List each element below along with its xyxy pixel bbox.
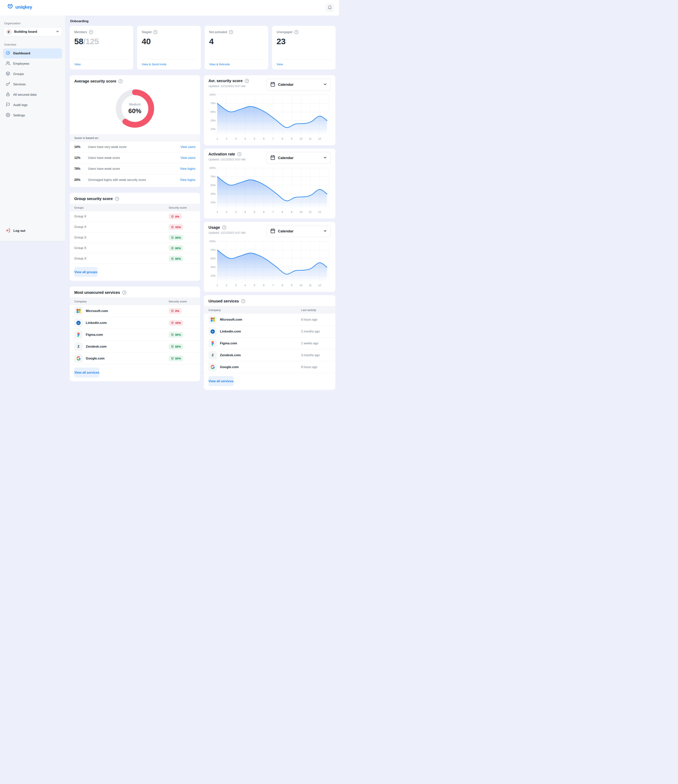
table-row[interactable]: Group X 43% bbox=[70, 222, 200, 232]
table-row[interactable]: ZZendesk.com 3 months ago bbox=[204, 349, 335, 361]
chevron-down-icon bbox=[323, 156, 327, 160]
help-icon[interactable]: ? bbox=[222, 226, 226, 230]
score-badge: 43% bbox=[169, 224, 183, 230]
shield-icon bbox=[171, 236, 174, 239]
table-row[interactable]: inLinkedin.com 43% bbox=[70, 317, 200, 329]
sidebar-item-dashboard[interactable]: Dashboard bbox=[3, 48, 62, 58]
score-badge: 80% bbox=[169, 235, 183, 240]
shield-icon bbox=[171, 357, 174, 360]
table-row[interactable]: Microsoft.com 6 hours ago bbox=[204, 314, 335, 325]
svg-text:25%: 25% bbox=[211, 266, 216, 269]
view-logins-link[interactable]: View logins bbox=[180, 178, 196, 182]
sidebar-nav: Dashboard Employees Groups bbox=[3, 48, 62, 120]
view-all-services-button[interactable]: View all services bbox=[208, 376, 233, 386]
logout-button[interactable]: Log out bbox=[3, 226, 62, 236]
sidebar-item-employees[interactable]: Employees bbox=[3, 59, 62, 69]
sidebar-item-settings[interactable]: Settings bbox=[3, 110, 62, 120]
stat-value: 23 bbox=[277, 37, 286, 46]
svg-text:4: 4 bbox=[244, 284, 246, 287]
view-users-link[interactable]: View users bbox=[180, 156, 196, 160]
stat-card-staged: Staged ? 40 View & Send invite bbox=[137, 26, 201, 70]
microsoft-icon bbox=[208, 316, 217, 324]
table-row[interactable]: Group X 80% bbox=[70, 243, 200, 254]
last-activity: 3 months ago bbox=[301, 353, 331, 357]
svg-text:100%: 100% bbox=[209, 93, 216, 96]
help-icon[interactable]: ? bbox=[122, 291, 126, 295]
table-row[interactable]: Figma.com 1 weeks ago bbox=[204, 338, 335, 349]
stat-link[interactable]: View bbox=[74, 59, 129, 66]
stat-link[interactable]: View bbox=[277, 59, 331, 66]
view-all-services-button[interactable]: View all services bbox=[74, 367, 100, 378]
card-title: Most unsecured services bbox=[74, 290, 120, 295]
score-badge: 0% bbox=[169, 308, 182, 314]
table-row[interactable]: Google.com 6 hours ago bbox=[204, 361, 335, 373]
range-label: Calendar bbox=[278, 156, 320, 160]
help-icon[interactable]: ? bbox=[241, 299, 245, 303]
help-icon[interactable]: ? bbox=[89, 30, 93, 34]
calendar-select[interactable]: Calendar bbox=[267, 152, 331, 164]
table-row[interactable]: Google.com 80% bbox=[70, 353, 200, 364]
svg-text:5: 5 bbox=[254, 284, 255, 287]
group-name: Group X bbox=[74, 246, 169, 250]
help-icon[interactable]: ? bbox=[294, 30, 299, 34]
score-badge: 80% bbox=[169, 256, 183, 261]
sidebar-item-services[interactable]: Services bbox=[3, 79, 62, 89]
svg-text:8: 8 bbox=[281, 210, 283, 213]
table-row[interactable]: inLinkedin.com 2 months ago bbox=[204, 325, 335, 338]
svg-text:10: 10 bbox=[300, 137, 302, 140]
stat-link[interactable]: View & Send invite bbox=[142, 59, 196, 66]
sidebar-item-all-secured-data[interactable]: All secured data bbox=[3, 90, 62, 100]
svg-text:1: 1 bbox=[216, 210, 218, 213]
calendar-select[interactable]: Calendar bbox=[267, 225, 331, 237]
table-row[interactable]: Group X 0% bbox=[70, 211, 200, 222]
help-icon[interactable]: ? bbox=[153, 30, 157, 34]
breakdown-percent: 20% bbox=[74, 178, 88, 182]
company-name: Zendesk.com bbox=[220, 353, 241, 357]
help-icon[interactable]: ? bbox=[115, 197, 119, 201]
sidebar-item-audit-logs[interactable]: Audit logs bbox=[3, 100, 62, 110]
average-security-score-card: Average security score ? Medium 60% Scor… bbox=[70, 75, 200, 187]
company-name: Linkedin.com bbox=[220, 330, 241, 333]
help-icon[interactable]: ? bbox=[237, 152, 241, 156]
breakdown-row: 20% Unmnaged logins with weak security s… bbox=[74, 174, 196, 185]
table-row[interactable]: Group X 80% bbox=[70, 232, 200, 243]
svg-text:5: 5 bbox=[254, 137, 255, 140]
organization-select[interactable]: Building board bbox=[3, 27, 62, 36]
calendar-select[interactable]: Calendar bbox=[267, 79, 331, 90]
table-row[interactable]: ZZendesk.com 80% bbox=[70, 341, 200, 353]
stat-link[interactable]: View & Reinvite bbox=[209, 59, 264, 66]
figma-icon bbox=[208, 339, 217, 348]
column-last-activity: Last activity bbox=[301, 308, 331, 312]
area-chart: 100%75%50%25%10%123456789101112 bbox=[208, 92, 331, 141]
view-all-groups-button[interactable]: View all groups bbox=[74, 267, 98, 277]
breakdown-label: Users have weak score bbox=[88, 167, 180, 171]
company-name: Zendesk.com bbox=[86, 345, 107, 348]
view-logins-link[interactable]: View logins bbox=[180, 167, 196, 171]
table-row[interactable]: Microsoft.com 0% bbox=[70, 305, 200, 317]
help-icon[interactable]: ? bbox=[118, 79, 123, 83]
logout-label: Log out bbox=[13, 229, 25, 233]
company-name: Microsoft.com bbox=[220, 318, 242, 322]
logout-icon bbox=[6, 228, 10, 234]
sidebar-item-groups[interactable]: Groups bbox=[3, 69, 62, 79]
sidebar-item-label: Audit logs bbox=[13, 103, 28, 107]
stat-label: Unengaged bbox=[277, 30, 292, 34]
shield-icon bbox=[171, 310, 174, 313]
chart-updated: Updated: 12/12/2022 9:07 AM bbox=[208, 158, 246, 161]
last-activity: 1 weeks ago bbox=[301, 342, 331, 345]
zendesk-icon: Z bbox=[74, 342, 83, 351]
sidebar-item-label: All secured data bbox=[13, 93, 37, 96]
table-header: Groups Security score bbox=[70, 204, 200, 211]
help-icon[interactable]: ? bbox=[245, 79, 249, 83]
table-row[interactable]: Group X 80% bbox=[70, 254, 200, 264]
table-row[interactable]: Figma.com 80% bbox=[70, 329, 200, 341]
svg-text:25%: 25% bbox=[211, 119, 216, 122]
stat-label: Staged bbox=[142, 30, 151, 34]
svg-text:8: 8 bbox=[281, 284, 283, 287]
help-icon[interactable]: ? bbox=[229, 30, 233, 34]
view-users-link[interactable]: View users bbox=[180, 145, 196, 149]
stat-card-members: Members ? 58/125 View bbox=[70, 26, 133, 70]
svg-text:50%: 50% bbox=[211, 257, 216, 260]
stats-row: Members ? 58/125 View Staged ? 40 View &… bbox=[70, 26, 336, 70]
notifications-button[interactable] bbox=[325, 3, 334, 12]
